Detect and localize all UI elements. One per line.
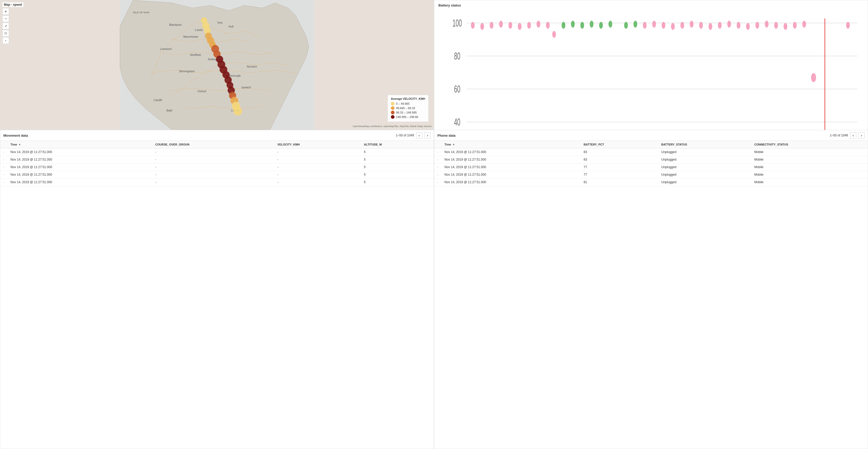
svg-text:40: 40 <box>454 116 460 128</box>
svg-point-64 <box>527 22 531 29</box>
polygon-tool-button[interactable]: ⬡ <box>2 30 9 37</box>
phone-battery-pct-0: 83 <box>581 148 658 156</box>
movement-col-altitude[interactable]: ALTITUDE_M <box>361 141 434 148</box>
phone-expand-btn-2[interactable]: › <box>437 166 438 169</box>
expand-btn-3[interactable]: › <box>3 173 4 176</box>
expand-btn-2[interactable]: › <box>3 166 4 169</box>
battery-chart-title: Battery status <box>438 3 864 7</box>
phone-connectivity-2: Mobile <box>751 163 868 171</box>
movement-course-0: - <box>152 148 274 156</box>
movement-course-3: - <box>152 171 274 179</box>
svg-point-78 <box>737 22 740 29</box>
phone-connectivity-4: Mobile <box>751 179 868 186</box>
expand-btn-0[interactable]: › <box>3 151 4 154</box>
table-row: › Nov 14, 2019 @ 11:27:51.000 - - 5 <box>0 179 434 186</box>
svg-point-83 <box>783 23 787 30</box>
svg-text:ISLE OF MAN: ISLE OF MAN <box>133 11 149 14</box>
phone-col-expand <box>434 141 441 148</box>
svg-text:Liverpool: Liverpool <box>160 47 172 51</box>
movement-velocity-4: - <box>274 179 361 186</box>
table-row: › Nov 14, 2019 @ 11:27:51.000 77 Unplugg… <box>434 163 868 171</box>
rectangle-tool-button[interactable]: ▪ <box>2 37 9 44</box>
zoom-out-button[interactable]: − <box>2 15 9 22</box>
phone-expand-btn-4[interactable]: › <box>437 181 438 184</box>
movement-panel-header: Movement data 1–50 of 1049 ‹ › <box>0 130 434 141</box>
phone-panel: Phone data 1–50 of 1049 ‹ › Time ▼ BATTE… <box>434 130 868 449</box>
legend-item-1: 0 – 49.665 <box>391 102 425 106</box>
svg-point-71 <box>671 23 675 30</box>
movement-time-3: Nov 14, 2019 @ 11:27:51.000 <box>7 171 152 179</box>
phone-col-battery-pct[interactable]: BATTERY_PCT <box>581 141 658 148</box>
phone-col-battery-status[interactable]: BATTERY_STATUS <box>658 141 751 148</box>
zoom-in-button[interactable]: + <box>2 8 9 15</box>
svg-text:York: York <box>217 21 223 24</box>
expand-btn-1[interactable]: › <box>3 158 4 161</box>
movement-table: Time ▼ COURSE_OVER_GROUN VELOCITY_KMH AL… <box>0 141 434 186</box>
movement-next-button[interactable]: › <box>424 132 431 139</box>
svg-point-84 <box>793 22 797 29</box>
svg-point-76 <box>718 22 721 29</box>
table-row: › Nov 14, 2019 @ 11:27:51.000 81 Unplugg… <box>434 179 868 186</box>
map-legend: Average VELOCITY_KMH 0 – 49.665 49.665 –… <box>388 95 429 122</box>
svg-point-69 <box>652 21 656 28</box>
svg-point-53 <box>590 21 593 28</box>
phone-table: Time ▼ BATTERY_PCT BATTERY_STATUS CONNEC… <box>434 141 868 186</box>
map-container[interactable]: Blackpool Manchester Leeds York Hull Liv… <box>0 0 434 130</box>
movement-col-velocity[interactable]: VELOCITY_KMH <box>274 141 361 148</box>
table-row: › Nov 14, 2019 @ 11:27:51.000 - - 5 <box>0 156 434 163</box>
legend-color-4 <box>391 115 395 119</box>
svg-point-73 <box>690 21 693 28</box>
svg-point-77 <box>727 21 731 28</box>
svg-point-85 <box>802 21 806 28</box>
svg-text:60: 60 <box>454 83 460 95</box>
phone-next-button[interactable]: › <box>858 132 865 139</box>
reset-bearing-button[interactable]: ⤢ <box>2 23 9 29</box>
phone-expand-btn-1[interactable]: › <box>437 158 438 161</box>
svg-point-57 <box>633 21 637 28</box>
movement-altitude-3: 5 <box>361 171 434 179</box>
svg-point-70 <box>661 22 665 29</box>
legend-item-2: 49.665 – 99.33 <box>391 106 425 110</box>
legend-color-2 <box>391 106 395 110</box>
phone-time-3: Nov 14, 2019 @ 11:27:51.000 <box>441 171 581 179</box>
phone-battery-pct-4: 81 <box>581 179 658 186</box>
movement-time-1: Nov 14, 2019 @ 11:27:51.000 <box>7 156 152 163</box>
legend-title: Average VELOCITY_KMH <box>391 97 425 100</box>
svg-point-60 <box>490 22 493 29</box>
movement-altitude-0: 5 <box>361 148 434 156</box>
movement-col-course[interactable]: COURSE_OVER_GROUN <box>152 141 274 148</box>
svg-text:Hull: Hull <box>228 25 234 28</box>
svg-point-58 <box>471 22 474 29</box>
svg-text:Oxford: Oxford <box>198 90 206 93</box>
movement-altitude-4: 5 <box>361 179 434 186</box>
phone-col-time[interactable]: Time ▼ <box>441 141 581 148</box>
phone-col-connectivity[interactable]: CONNECTIVITY_STATUS <box>751 141 868 148</box>
movement-pagination: 1–50 of 1049 ‹ › <box>396 132 431 139</box>
svg-point-80 <box>755 22 759 29</box>
movement-col-time[interactable]: Time ▼ <box>7 141 152 148</box>
svg-point-75 <box>709 23 712 30</box>
table-row: › Nov 14, 2019 @ 11:27:51.000 - - 5 <box>0 163 434 171</box>
movement-altitude-1: 5 <box>361 156 434 163</box>
phone-prev-button[interactable]: ‹ <box>850 132 856 139</box>
svg-text:Bath: Bath <box>166 109 173 112</box>
svg-point-66 <box>546 22 550 29</box>
map-panel: Map - speed + − ⤢ ⬡ ▪ <box>0 0 434 130</box>
map-title: Map - speed <box>2 2 23 7</box>
phone-time-0: Nov 14, 2019 @ 11:27:51.000 <box>441 148 581 156</box>
phone-battery-status-3: Unplugged <box>658 171 751 179</box>
svg-point-55 <box>609 21 612 28</box>
expand-btn-4[interactable]: › <box>3 181 4 184</box>
movement-prev-button[interactable]: ‹ <box>416 132 422 139</box>
phone-expand-btn-3[interactable]: › <box>437 173 438 176</box>
svg-point-37 <box>233 107 242 115</box>
svg-point-74 <box>699 22 703 29</box>
phone-battery-pct-3: 77 <box>581 171 658 179</box>
phone-battery-pct-1: 83 <box>581 156 658 163</box>
movement-page-info: 1–50 of 1049 <box>396 133 414 137</box>
svg-point-68 <box>643 22 647 29</box>
phone-time-sort-icon: ▼ <box>453 143 455 146</box>
phone-expand-btn-0[interactable]: › <box>437 151 438 154</box>
time-sort-icon: ▼ <box>19 143 21 146</box>
map-controls: + − ⤢ ⬡ ▪ <box>2 8 9 44</box>
